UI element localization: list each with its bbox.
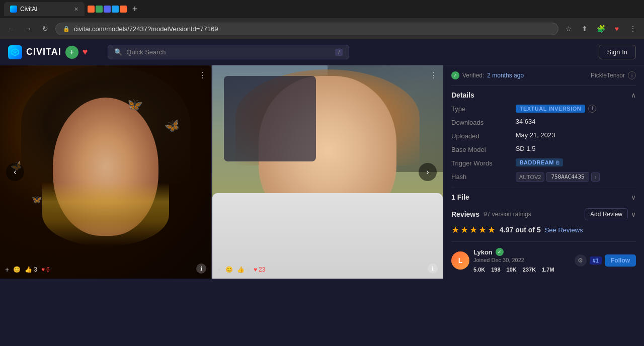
- tab-favicon-extra-3[interactable]: [104, 6, 111, 13]
- reviewer-verified-icon: ✓: [496, 248, 504, 256]
- browser-chrome: CivitAI ✕ + ← → ↻ 🔒 civitai.com/models/7…: [0, 0, 644, 39]
- reviews-header: Reviews 97 version ratings Add Review ∨: [451, 208, 636, 220]
- gallery-image-2: › ⋮ + 😊 👍 9 ♥ 23 ℹ: [212, 65, 443, 279]
- search-bar[interactable]: 🔍 Quick Search /: [108, 45, 349, 59]
- creator-area: PickleTensor i: [591, 71, 636, 79]
- rank-badge: #1: [590, 256, 602, 265]
- verified-time-link[interactable]: 2 months ago: [487, 72, 524, 79]
- back-button[interactable]: ←: [4, 22, 18, 36]
- gallery-prev-button[interactable]: ‹: [6, 163, 24, 181]
- verified-badge: ✓ Verified: 2 months ago: [451, 71, 524, 79]
- settings-button[interactable]: ⋮: [626, 22, 640, 36]
- reviewer-stats: 5.0K 198 10K 237K 1.7M: [473, 267, 571, 273]
- hash-expand-button[interactable]: ›: [591, 172, 600, 182]
- new-tab-button[interactable]: +: [128, 2, 142, 16]
- image-1-placeholder: 🦋 🦋 🦋 🦋: [0, 65, 211, 279]
- see-reviews-link[interactable]: See Reviews: [545, 226, 583, 234]
- verified-icon: ✓: [451, 71, 459, 79]
- extra-tabs: [88, 6, 127, 13]
- uploaded-value: May 21, 2023: [516, 131, 636, 140]
- address-bar[interactable]: 🔒 civitai.com/models/72437?modelVersionI…: [55, 23, 558, 35]
- favorites-button[interactable]: ♥: [83, 47, 88, 57]
- image-1-more-button[interactable]: ⋮: [198, 70, 206, 80]
- mirror-decoration: [224, 76, 316, 161]
- bookmark-button[interactable]: ☆: [561, 22, 576, 36]
- copy-trigger-icon[interactable]: ⎘: [556, 160, 559, 165]
- create-button[interactable]: +: [65, 46, 78, 59]
- gold-decoration: [42, 183, 169, 246]
- tab-favicon-extra-4[interactable]: [112, 6, 119, 13]
- gallery-image-1: 🦋 🦋 🦋 🦋 ‹ ⋮ + 😊 👍 3 ♥ 6: [0, 65, 211, 279]
- forward-button[interactable]: →: [21, 22, 35, 36]
- gallery-section: 🦋 🦋 🦋 🦋 ‹ ⋮ + 😊 👍 3 ♥ 6: [0, 65, 443, 279]
- reviews-label: Reviews: [451, 210, 479, 218]
- reviews-section: Reviews 97 version ratings Add Review ∨ …: [451, 206, 636, 273]
- tab-favicon-extra-1[interactable]: [88, 6, 95, 13]
- rating-value: 4.97 out of 5: [500, 226, 541, 234]
- type-info-icon[interactable]: i: [588, 105, 596, 113]
- gallery-next-button[interactable]: ›: [419, 163, 437, 181]
- sign-in-button[interactable]: Sign In: [599, 45, 636, 59]
- base-model-label: Base Model: [451, 145, 512, 153]
- reviewer-info: Lykon ✓ Joined Dec 30, 2022 5.0K 198 10K: [473, 248, 571, 273]
- type-label: Type: [451, 104, 512, 113]
- address-url-text: civitai.com/models/72437?modelVersionId=…: [74, 25, 218, 33]
- image-1-like-area[interactable]: 👍 3: [25, 266, 37, 273]
- image-1-heart-area[interactable]: ♥ 6: [41, 266, 50, 273]
- reviews-actions: Add Review ∨: [585, 208, 636, 220]
- stat-value-2: 198: [491, 267, 500, 273]
- details-section-header[interactable]: Details ∧: [451, 85, 636, 104]
- reviews-count: 97 version ratings: [484, 211, 531, 218]
- hash-label: Hash: [451, 172, 512, 182]
- reviewer-stat-5: 1.7M: [542, 267, 554, 273]
- logo-text: CIVITAI: [26, 47, 61, 57]
- image-2-add-button[interactable]: +: [217, 266, 221, 274]
- image-2-like-area[interactable]: 👍 9: [237, 266, 250, 273]
- type-value-cell: TEXTUAL INVERSION i: [516, 104, 636, 113]
- details-title: Details: [451, 91, 474, 99]
- add-review-button[interactable]: Add Review: [585, 208, 628, 220]
- file-section-header[interactable]: 1 File ∨: [451, 188, 636, 206]
- stat-value-1: 5.0K: [473, 267, 485, 273]
- extensions-button[interactable]: 🧩: [594, 22, 608, 36]
- image-2-placeholder: [212, 65, 443, 279]
- reviewer-stat-4: 237K: [523, 267, 536, 273]
- image-2-more-button[interactable]: ⋮: [430, 70, 438, 80]
- image-2-heart-area[interactable]: ♥ 23: [254, 266, 265, 273]
- search-shortcut: /: [335, 49, 343, 56]
- hash-row: AUTOV2 758AAC4435 ›: [516, 172, 636, 182]
- trigger-badge: BADDREAM ⎘: [516, 158, 564, 166]
- reviews-title-area: Reviews 97 version ratings: [451, 210, 531, 218]
- browser-tab-1[interactable]: CivitAI ✕: [4, 2, 85, 16]
- tab-favicon-extra-5[interactable]: [120, 6, 127, 13]
- tab-favicon-extra-2[interactable]: [96, 6, 103, 13]
- image-2-like-count: 9: [246, 266, 250, 273]
- profile-icon[interactable]: ♥: [610, 22, 624, 36]
- trigger-words-cell: BADDREAM ⎘: [516, 158, 636, 167]
- image-2-actions: + 😊 👍 9 ♥ 23: [217, 266, 265, 274]
- header-right: Sign In: [599, 45, 636, 59]
- reviews-expand-icon[interactable]: ∨: [631, 210, 636, 218]
- image-1-add-button[interactable]: +: [5, 266, 9, 274]
- file-chevron-icon: ∨: [631, 193, 636, 201]
- browser-toolbar: ← → ↻ 🔒 civitai.com/models/72437?modelVe…: [0, 18, 644, 39]
- creator-info-icon[interactable]: i: [628, 71, 636, 79]
- trigger-words-label: Trigger Words: [451, 158, 512, 167]
- details-grid: Type TEXTUAL INVERSION i Downloads 34 63…: [451, 104, 636, 188]
- gear-icon: ⚙: [575, 254, 587, 267]
- image-2-info-button[interactable]: ℹ: [428, 264, 438, 274]
- image-1-info-button[interactable]: ℹ: [196, 264, 206, 274]
- reload-button[interactable]: ↻: [38, 22, 52, 36]
- star-1: ★: [451, 224, 459, 235]
- image-1-emoji-button[interactable]: 😊: [13, 266, 21, 273]
- share-button[interactable]: ⬆: [578, 22, 592, 36]
- downloads-value: 34 634: [516, 118, 636, 126]
- tab-close-1[interactable]: ✕: [74, 6, 78, 13]
- file-section-title: 1 File: [451, 193, 469, 201]
- browser-tabs: CivitAI ✕ +: [0, 0, 644, 18]
- address-lock-icon: 🔒: [63, 26, 70, 32]
- stat-value-5: 1.7M: [542, 267, 554, 273]
- site-header: CIVITAI + ♥ 🔍 Quick Search / Sign In: [0, 39, 644, 65]
- image-2-emoji-button[interactable]: 😊: [225, 266, 233, 273]
- follow-button[interactable]: Follow: [605, 254, 636, 267]
